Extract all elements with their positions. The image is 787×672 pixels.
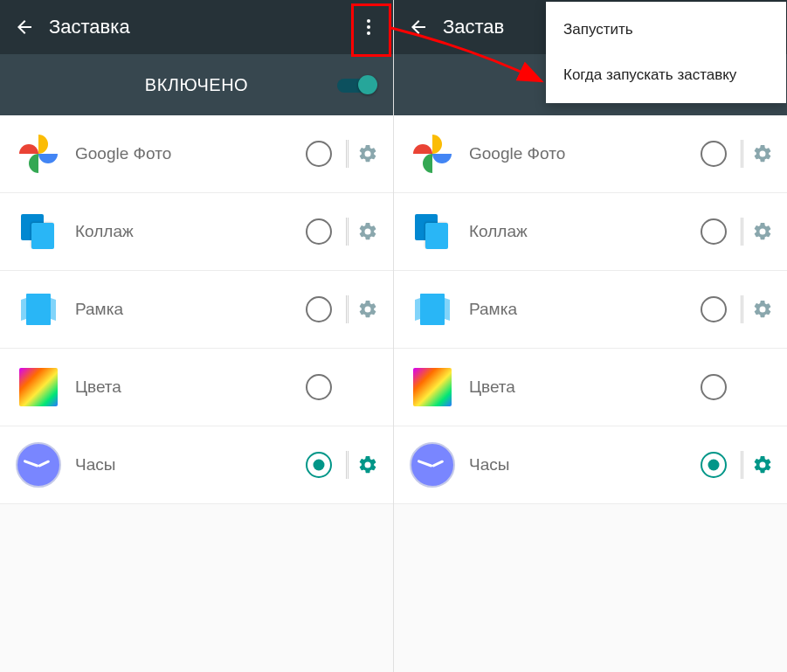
- radio-button[interactable]: [306, 452, 332, 478]
- vertical-separator: [741, 295, 742, 323]
- master-toggle-label: ВКЛЮЧЕНО: [0, 75, 393, 95]
- clock-icon: [410, 442, 455, 488]
- overflow-popup: Запустить Когда запускать заставку: [546, 2, 786, 103]
- list-item[interactable]: Google Фото: [394, 115, 787, 193]
- list-item[interactable]: Коллаж: [0, 193, 393, 271]
- settings-gear-button[interactable]: [356, 454, 379, 476]
- settings-gear-button[interactable]: [751, 298, 774, 321]
- screen-right: Застав ВКЛ Google ФотоКоллажРамкаЦветаЧа…: [393, 0, 787, 672]
- radio-button[interactable]: [306, 374, 332, 400]
- list-item[interactable]: Часы: [394, 426, 787, 504]
- list-item[interactable]: Google Фото: [0, 115, 393, 193]
- list-item[interactable]: Цвета: [0, 349, 393, 426]
- frame-icon: [19, 290, 58, 329]
- list-item-label: Google Фото: [469, 144, 701, 163]
- appbar: Заставка: [0, 0, 393, 54]
- list-item-label: Цвета: [469, 378, 701, 397]
- list-item[interactable]: Рамка: [0, 271, 393, 349]
- google-photos-icon: [413, 135, 452, 173]
- radio-button[interactable]: [701, 374, 727, 400]
- popup-item-when[interactable]: Когда запускать заставку: [546, 52, 786, 98]
- list-item-label: Часы: [75, 455, 306, 475]
- popup-item-start[interactable]: Запустить: [546, 7, 786, 52]
- screensaver-list: Google ФотоКоллажРамкаЦветаЧасы: [0, 115, 393, 504]
- vertical-separator: [346, 218, 348, 246]
- gear-icon: [752, 299, 773, 320]
- gear-icon: [357, 221, 378, 242]
- master-toggle-bar: ВКЛЮЧЕНО: [0, 54, 393, 115]
- gear-icon: [357, 143, 378, 164]
- gear-icon: [752, 221, 773, 242]
- settings-gear-button[interactable]: [751, 454, 774, 476]
- svg-point-2: [367, 31, 370, 35]
- back-arrow-icon: [408, 17, 429, 38]
- list-item-label: Рамка: [75, 300, 306, 319]
- vertical-separator: [346, 140, 348, 168]
- colors-icon: [413, 368, 452, 406]
- screen-left: Заставка ВКЛЮЧЕНО Google ФотоКоллажРамка…: [0, 0, 393, 672]
- vertical-separator: [741, 140, 742, 168]
- overflow-menu-button[interactable]: [344, 0, 393, 54]
- vertical-separator: [346, 451, 348, 479]
- settings-gear-button[interactable]: [751, 220, 774, 243]
- settings-gear-button[interactable]: [356, 298, 379, 321]
- gear-icon: [752, 454, 773, 475]
- list-item-label: Коллаж: [469, 222, 701, 241]
- radio-button[interactable]: [306, 296, 332, 322]
- google-photos-icon: [19, 135, 58, 173]
- gear-icon: [752, 143, 773, 164]
- radio-button[interactable]: [306, 218, 332, 245]
- list-item-label: Google Фото: [75, 144, 306, 163]
- gear-icon: [357, 454, 378, 475]
- vertical-separator: [741, 451, 742, 479]
- vertical-separator: [346, 295, 348, 323]
- svg-point-0: [367, 19, 370, 23]
- list-item[interactable]: Часы: [0, 426, 393, 504]
- more-vert-icon: [358, 17, 379, 38]
- list-item[interactable]: Коллаж: [394, 193, 787, 271]
- vertical-separator: [741, 218, 742, 246]
- settings-gear-button[interactable]: [751, 142, 774, 165]
- radio-button[interactable]: [701, 218, 727, 245]
- settings-gear-button[interactable]: [356, 142, 379, 165]
- collage-icon: [19, 212, 58, 251]
- frame-icon: [413, 290, 452, 329]
- radio-button[interactable]: [701, 141, 727, 167]
- list-item[interactable]: Рамка: [394, 271, 787, 349]
- list-item-label: Коллаж: [75, 222, 306, 241]
- colors-icon: [19, 368, 58, 406]
- master-toggle-switch[interactable]: [337, 73, 377, 96]
- screensaver-list: Google ФотоКоллажРамкаЦветаЧасы: [394, 115, 787, 504]
- back-button[interactable]: [0, 0, 49, 54]
- gear-icon: [357, 299, 378, 320]
- radio-button[interactable]: [701, 296, 727, 322]
- radio-button[interactable]: [701, 452, 727, 478]
- collage-icon: [413, 212, 452, 251]
- list-item[interactable]: Цвета: [394, 349, 787, 426]
- list-item-label: Рамка: [469, 300, 701, 319]
- settings-gear-button[interactable]: [356, 220, 379, 243]
- clock-icon: [16, 442, 61, 488]
- back-arrow-icon: [14, 17, 35, 38]
- list-item-label: Цвета: [75, 378, 306, 397]
- svg-point-1: [367, 25, 370, 29]
- screen-title: Заставка: [49, 16, 344, 38]
- list-item-label: Часы: [469, 455, 701, 475]
- radio-button[interactable]: [306, 141, 332, 167]
- back-button[interactable]: [394, 0, 443, 54]
